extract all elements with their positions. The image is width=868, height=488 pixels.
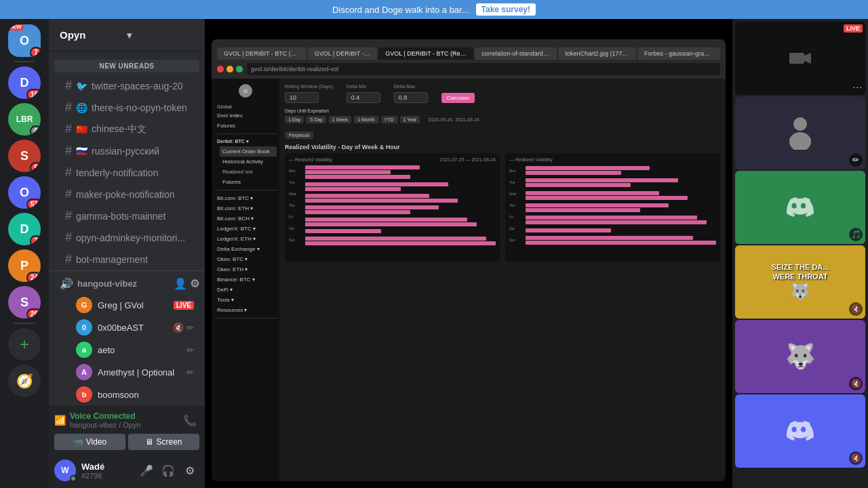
channel-item-chinese[interactable]: # 🇨🇳 chinese-中文 [54,119,199,140]
server-icon-6[interactable]: P 24 [8,249,41,282]
add-server-button[interactable]: + [8,328,41,361]
microphone-icon[interactable]: 🎤 [137,461,156,480]
disconnect-button[interactable]: 📞 [180,411,199,430]
server-icon-4[interactable]: O 53 [8,176,41,209]
stream-thumb-4[interactable]: SEIZE THE DA... WERE THROAT 🐺 🔇 [735,245,865,319]
browser-tab-5[interactable]: tokenChart2.jpg (177×285) [558,47,636,60]
nav-delta[interactable]: Delta Exchange ▾ [214,244,277,254]
browser-tab-4[interactable]: correlation-of-standard-dev... [475,47,557,60]
chart-title: Realized Volatility - Day of Week & Hour [285,144,720,150]
stream-thumb-2[interactable]: ✏ [735,96,865,169]
nav-group-deribit-btc: Deribit: BTC ▾ Current Order Book Histor… [214,137,277,190]
server-divider-2 [14,323,35,324]
nav-okex-eth[interactable]: Okex: ETH ▾ [214,264,277,274]
voice-user-name: Greg | GVol [98,300,168,310]
voice-user-0x00beast[interactable]: 0 0x00beAST 🔇 ✏ [54,317,199,338]
nav-deribit-btc[interactable]: Deribit: BTC ▾ [214,137,277,146]
hbar-right: Mon Tue Wed Thu Fri Sat Sun [509,165,716,246]
nav-historical[interactable]: Historical Activity [220,157,277,167]
stream-thumb-1[interactable]: LIVE ··· [735,22,865,95]
nav-defi[interactable]: DeFi ▾ [214,285,277,295]
browser-tab-3[interactable]: GVOL | DERIBIT - BTC (Realize... [378,47,473,60]
delta-min-input[interactable] [347,92,380,103]
channel-item-admin[interactable]: # opyn-adminkey-monitori... [54,227,199,248]
video-button[interactable]: 📹 Video [54,434,125,450]
calculate-button[interactable]: Calculate [441,93,475,103]
nav-binance[interactable]: Binance: BTC ▾ [214,274,277,285]
server-icon-7[interactable]: S 26 [8,286,41,319]
discord-logo-icon [787,421,814,441]
stream-thumb-3[interactable]: 🎵 [735,171,865,244]
channel-item-maker[interactable]: # maker-poke-notification [54,184,199,205]
nav-bit-eth[interactable]: Bit.com: ETH ▾ [214,203,277,214]
settings-icon[interactable]: ⚙ [180,461,199,480]
channel-item-bot[interactable]: # bot-management [54,249,199,270]
server-icon-5[interactable]: D 7 [8,213,41,245]
voice-action-buttons: 📹 Video 🖥 Screen [54,434,199,450]
survey-button[interactable]: Take survey! [476,3,536,16]
close-dot[interactable] [217,66,224,73]
gear-icon[interactable]: ⚙ [190,277,199,290]
btn-ytd[interactable]: YTD [381,116,397,123]
explore-button[interactable]: 🧭 [8,365,41,397]
server-header[interactable]: Opyn ▾ [49,19,205,52]
channel-item-gamma[interactable]: # gamma-bots-mainnet [54,205,199,226]
btn-1day[interactable]: 1 Day [285,116,304,123]
channel-item-tenderly[interactable]: # tenderly-notification [54,162,199,183]
browser-tab-6[interactable]: Forbes - gaussian-graph.png [637,47,720,60]
nav-resources[interactable]: Resources ▾ [214,305,277,315]
voice-user-amethyst[interactable]: A Amethyst | Optional ✏ [54,361,199,383]
channel-item-token[interactable]: # 🌐 there-is-no-opyn-token [54,97,199,118]
server-icon-3[interactable]: S 5 [8,140,41,172]
avatar: b [76,386,92,403]
voice-user-boomsoon[interactable]: b boomsoon [54,384,199,405]
btn-1month[interactable]: 1 Month [354,116,378,123]
svg-marker-1 [804,53,811,64]
nav-bit-btc[interactable]: Bit.com: BTC ▾ [214,193,277,203]
server-icon-1[interactable]: D 10 [8,66,41,99]
nav-bit-bch[interactable]: Bit.com: BCH ▾ [214,214,277,224]
nav-realized-vol[interactable]: Realized Vol [220,167,277,177]
server-icon-opyn[interactable]: O NEW 7 [8,24,41,57]
nav-ledgerx-btc[interactable]: LedgerX: BTC ▾ [214,224,277,234]
stream-thumb-6[interactable]: 🔇 [735,394,865,468]
voice-channel-header[interactable]: 🔊 hangout-vibez 👤 ⚙ [49,274,205,293]
btn-5day[interactable]: 5 Day [307,116,326,123]
nav-futures[interactable]: Futures [214,121,277,131]
channel-item-russian[interactable]: # 🇷🇺 russian-русский [54,140,199,161]
rolling-window-input[interactable] [285,92,319,103]
btn-1week[interactable]: 1 Week [329,116,352,123]
nav-okex-btc[interactable]: Okex: BTC ▾ [214,254,277,264]
bar-mon [305,165,420,169]
nav-futures-sub[interactable]: Futures [220,177,277,187]
thumb-text-2: WERE THROAT [772,272,827,281]
add-user-icon[interactable]: 👤 [174,277,187,290]
browser-tab-2[interactable]: GVOL | DERIBIT - BTC [308,47,377,60]
nav-ledgerx-eth[interactable]: LedgerX: ETH ▾ [214,234,277,244]
person-icon [787,116,814,150]
more-options[interactable]: ··· [852,81,863,92]
badge-1: 10 [26,89,41,99]
btn-1year[interactable]: 1 Year [400,116,420,123]
minimize-dot[interactable] [226,66,233,73]
voice-user-aeto[interactable]: a aeto ✏ [54,339,199,361]
delta-max-input[interactable] [394,92,428,103]
channel-item-twitter[interactable]: # 🐦 twitter-spaces-aug-20 [54,75,199,96]
stream-thumb-5[interactable]: 🐺 🔇 [735,320,865,393]
mute-icon-purple: 🔇 [849,377,863,390]
screen-button[interactable]: 🖥 Screen [128,434,199,450]
channel-name: gamma-bots-mainnet [76,211,165,222]
address-bar[interactable]: gvol.io/deribit/deribit-realized-vol [247,63,720,75]
browser-tab-1[interactable]: GVOL | DERIBIT - BTC (Histo... [217,47,307,60]
nav-tools[interactable]: Tools ▾ [214,295,277,305]
stream-area: GVOL | DERIBIT - BTC (Histo... GVOL | DE… [205,19,732,488]
server-name: Opyn [60,29,127,41]
controls-row: Rolling Window (Days) Delta Min Delta Ma… [285,84,720,103]
server-icon-2[interactable]: LBR 0 [8,103,41,136]
maximize-dot[interactable] [236,66,243,73]
nav-order-book[interactable]: Current Order Book [220,146,277,157]
channel-name: twitter-spaces-aug-20 [92,81,183,92]
nav-dvol-index[interactable]: Dvol Index [214,110,277,121]
headset-icon[interactable]: 🎧 [159,461,178,480]
voice-user-greg[interactable]: G Greg | GVol LIVE [54,294,199,316]
